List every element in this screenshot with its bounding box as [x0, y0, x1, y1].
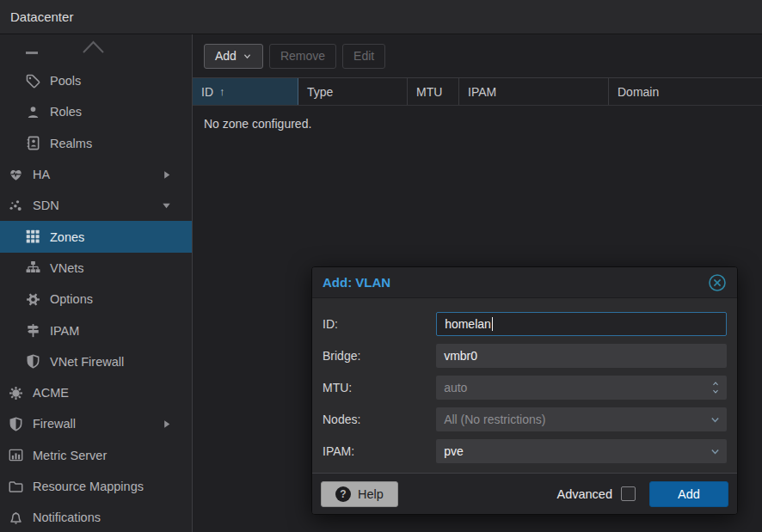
sidebar: PoolsRolesRealmsHASDNZonesVNetsOptionsIP… — [0, 34, 193, 532]
close-icon[interactable] — [708, 273, 727, 292]
sidebar-item-zones[interactable]: Zones — [0, 221, 192, 252]
sidebar-item-firewall[interactable]: Firewall — [0, 408, 192, 439]
sidebar-item-roles[interactable]: Roles — [0, 96, 192, 127]
add-button[interactable]: Add — [204, 44, 263, 69]
table-header: ID↑TypeMTUIPAMDomain — [193, 77, 762, 106]
field-label: ID: — [321, 317, 436, 331]
sidebar-item-label: Realms — [50, 137, 92, 150]
chart-bars-icon — [9, 448, 23, 462]
sidebar-item-notifications[interactable]: Notifications — [0, 502, 192, 532]
shield-icon — [26, 354, 40, 369]
dialog-title: Add: VLAN — [323, 275, 708, 290]
ipam-combo[interactable]: pve — [436, 439, 727, 463]
user-icon — [26, 105, 40, 119]
field-value: vmbr0 — [444, 349, 477, 363]
chevron-down-icon — [710, 446, 721, 457]
add-vlan-dialog: Add: VLAN ID:homelanBridge:vmbr0MTU:auto… — [311, 266, 738, 515]
sidebar-item-label: VNet Firewall — [50, 355, 124, 369]
folder-icon — [9, 480, 23, 494]
gear-icon — [26, 292, 40, 307]
field-label: Bridge: — [321, 349, 436, 363]
sidebar-item-sdn[interactable]: SDN — [0, 190, 192, 221]
combo-trigger[interactable] — [710, 407, 721, 431]
column-header-ipam[interactable]: IPAM — [459, 78, 609, 105]
bell-icon — [9, 511, 23, 525]
edit-button: Edit — [342, 44, 385, 69]
dialog-header[interactable]: Add: VLAN — [312, 267, 737, 298]
burst-icon — [9, 386, 23, 401]
sidebar-item-label: HA — [33, 168, 50, 181]
spinner-down-icon[interactable] — [710, 388, 721, 395]
footer-actions: Advanced Add — [557, 481, 729, 507]
sidebar-item-label: IPAM — [50, 324, 79, 338]
sitemap-icon — [26, 260, 40, 275]
field-value: homelan — [445, 317, 491, 331]
advanced-label: Advanced — [557, 487, 613, 501]
address-book-icon — [26, 136, 40, 150]
sidebar-item-realms[interactable]: Realms — [0, 128, 192, 159]
combo-trigger[interactable] — [710, 439, 721, 463]
tree-expanded-icon[interactable] — [160, 199, 173, 212]
field-label: MTU: — [321, 381, 436, 394]
tag-icon — [26, 74, 40, 89]
field-row-ipam-combo: IPAM:pve — [321, 439, 727, 463]
shield-icon — [9, 417, 23, 431]
spinner-up-icon[interactable] — [710, 380, 721, 388]
proxmox-app: Datacenter PoolsRolesRealmsHASDNZonesVNe… — [0, 0, 762, 532]
spinner-buttons[interactable] — [710, 376, 721, 400]
dialog-footer: ? Help Advanced Add — [312, 473, 737, 514]
sidebar-item-label: Metric Server — [33, 449, 107, 462]
add-button-label: Add — [215, 49, 237, 63]
sidebar-item-pools[interactable]: Pools — [0, 65, 192, 96]
sidebar-item-label: Options — [50, 292, 93, 306]
sidebar-item-acme[interactable]: ACME — [0, 377, 192, 408]
sidebar-nav: PoolsRolesRealmsHASDNZonesVNetsOptionsIP… — [0, 65, 192, 532]
column-header-id[interactable]: ID↑ — [193, 78, 298, 105]
column-header-mtu[interactable]: MTU — [408, 78, 459, 105]
column-label: MTU — [416, 85, 442, 99]
text-cursor — [492, 317, 494, 331]
sidebar-item-ipam[interactable]: IPAM — [0, 315, 192, 345]
signpost-icon — [26, 323, 40, 338]
sidebar-item-options[interactable]: Options — [0, 284, 192, 315]
column-label: Domain — [618, 85, 659, 99]
field-label: IPAM: — [321, 444, 436, 458]
advanced-checkbox[interactable] — [621, 486, 636, 501]
chevron-down-icon — [243, 52, 252, 61]
field-row-bridge-input: Bridge:vmbr0 — [321, 344, 727, 368]
sidebar-item-label: Notifications — [33, 511, 101, 524]
nodes-combo[interactable]: All (No restrictions) — [436, 407, 727, 431]
tree-collapsed-icon[interactable] — [160, 418, 173, 431]
sidebar-item-label: VNets — [50, 261, 84, 275]
field-label: Nodes: — [321, 413, 436, 426]
question-circle-icon: ? — [335, 486, 351, 502]
field-row-id-input: ID:homelan — [321, 312, 727, 336]
sidebar-item-label: Roles — [50, 105, 82, 119]
mtu-spinner[interactable]: auto — [436, 376, 727, 400]
tree-collapsed-icon[interactable] — [160, 168, 173, 181]
page-title: Datacenter — [10, 9, 73, 24]
remove-button: Remove — [269, 44, 336, 69]
id-input[interactable]: homelan — [436, 312, 727, 336]
chevron-up-icon — [83, 40, 104, 54]
edit-button-label: Edit — [353, 49, 374, 63]
help-button[interactable]: ? Help — [321, 481, 398, 507]
sidebar-item-label: ACME — [33, 386, 69, 400]
chevron-down-icon — [710, 414, 721, 425]
top-header: Datacenter — [0, 0, 762, 34]
column-header-domain[interactable]: Domain — [609, 78, 762, 105]
remove-button-label: Remove — [280, 49, 325, 63]
column-header-type[interactable]: Type — [298, 78, 408, 105]
add-submit-button[interactable]: Add — [649, 481, 728, 507]
toolbar: AddRemoveEdit — [193, 34, 762, 77]
sidebar-item-vnet-firewall[interactable]: VNet Firewall — [0, 346, 192, 377]
field-value: pve — [444, 444, 464, 458]
empty-table-message: No zone configured. — [193, 106, 762, 142]
sidebar-item-label: Pools — [50, 74, 81, 88]
sidebar-item-resource-mappings[interactable]: Resource Mappings — [0, 471, 192, 502]
sidebar-item-metric-server[interactable]: Metric Server — [0, 440, 192, 471]
sidebar-item-vnets[interactable]: VNets — [0, 253, 192, 284]
bridge-input[interactable]: vmbr0 — [436, 344, 727, 368]
sidebar-item-ha[interactable]: HA — [0, 159, 192, 190]
grid-icon — [26, 229, 40, 244]
